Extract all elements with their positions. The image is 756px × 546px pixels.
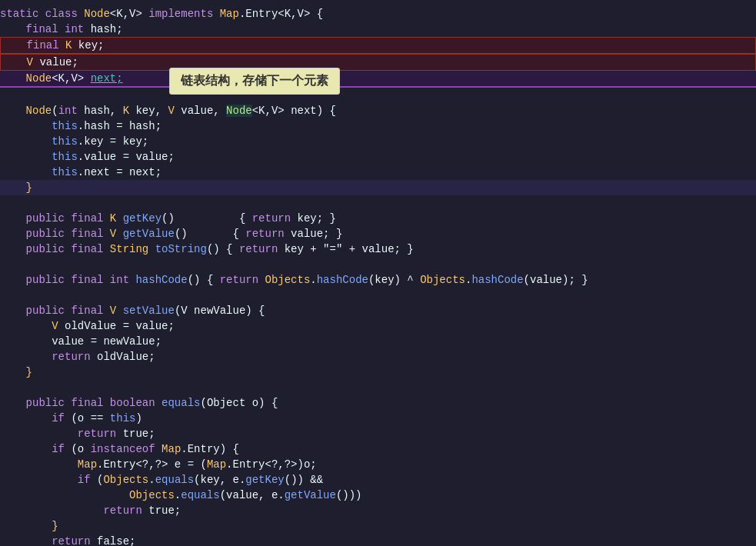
code-line (0, 195, 756, 211)
line-content: this.next = next; (0, 165, 162, 180)
code-line: } (0, 365, 756, 380)
code-line: this.value = value; (0, 149, 756, 165)
code-line: public final V setValue(V newValue) { (0, 303, 756, 318)
code-line: if (Objects.equals(key, e.getKey()) && (0, 472, 756, 488)
line-content: static class Node<K,V> implements Map.En… (0, 6, 323, 22)
code-line: return true; (0, 503, 756, 518)
code-line: Map.Entry<?,?> e = (Map.Entry<?,?>)o; (0, 457, 756, 472)
code-line: Node<K,V> next; (0, 71, 756, 88)
line-content: Objects.equals(value, e.getValue())) (0, 488, 362, 503)
code-viewer: 链表结构，存储下一个元素 static class Node<K,V> impl… (0, 0, 756, 546)
line-content: final int hash; (0, 22, 123, 37)
code-line (0, 288, 756, 303)
code-line: final K key; (0, 37, 756, 54)
code-line: this.hash = hash; (0, 118, 756, 134)
annotation-tooltip: 链表结构，存储下一个元素 (169, 68, 340, 95)
line-content: this.key = key; (0, 134, 148, 149)
line-content: } (0, 518, 58, 534)
line-content: this.hash = hash; (0, 118, 162, 134)
line-content: V oldValue = value; (0, 318, 175, 334)
line-content: if (o == this) (0, 411, 142, 426)
line-content: public final String toString() { return … (0, 241, 414, 257)
line-content: this.value = value; (0, 149, 175, 165)
code-line: V value; (0, 54, 756, 71)
code-line: Objects.equals(value, e.getValue())) (0, 488, 756, 503)
line-content: public final int hashCode() { return Obj… (0, 272, 588, 288)
code-line: } (0, 180, 756, 195)
code-line: public final boolean equals(Object o) { (0, 395, 756, 411)
line-content: if (o instanceof Map.Entry) { (0, 441, 239, 457)
line-content: value = newValue; (0, 334, 162, 349)
code-line (0, 257, 756, 272)
code-line: if (o == this) (0, 411, 756, 426)
code-line: return oldValue; (0, 349, 756, 365)
line-content: } (0, 365, 32, 380)
line-content: Node(int hash, K key, V value, Node<K,V>… (0, 103, 336, 118)
line-content: return true; (0, 426, 155, 441)
line-content: return true; (0, 503, 181, 518)
line-content: } (0, 180, 32, 195)
code-line: this.next = next; (0, 165, 756, 180)
code-line: public final V getValue() { return value… (0, 226, 756, 241)
code-line: } (0, 518, 756, 534)
line-content: return false; (0, 534, 135, 546)
line-content: Node<K,V> next; (0, 71, 123, 86)
code-line: static class Node<K,V> implements Map.En… (0, 6, 756, 22)
code-line: Node(int hash, K key, V value, Node<K,V>… (0, 103, 756, 118)
code-line (0, 380, 756, 395)
line-content: public final boolean equals(Object o) { (0, 395, 278, 411)
code-line: this.key = key; (0, 134, 756, 149)
line-content: if (Objects.equals(key, e.getKey()) && (0, 472, 323, 488)
line-content: V value; (1, 55, 78, 70)
line-content: return oldValue; (0, 349, 155, 365)
code-line (0, 88, 756, 103)
code-line: V oldValue = value; (0, 318, 756, 334)
code-line: return true; (0, 426, 756, 441)
line-content: public final V setValue(V newValue) { (0, 303, 265, 318)
line-content: final K key; (1, 38, 104, 53)
code-line: final int hash; (0, 22, 756, 37)
code-line: public final String toString() { return … (0, 241, 756, 257)
code-line: return false; (0, 534, 756, 546)
line-content: public final K getKey() { return key; } (0, 211, 336, 226)
code-line: value = newValue; (0, 334, 756, 349)
line-content: public final V getValue() { return value… (0, 226, 342, 241)
code-block: static class Node<K,V> implements Map.En… (0, 6, 756, 546)
code-line: public final int hashCode() { return Obj… (0, 272, 756, 288)
code-line: if (o instanceof Map.Entry) { (0, 441, 756, 457)
line-content: Map.Entry<?,?> e = (Map.Entry<?,?>)o; (0, 457, 317, 472)
code-line: public final K getKey() { return key; } (0, 211, 756, 226)
